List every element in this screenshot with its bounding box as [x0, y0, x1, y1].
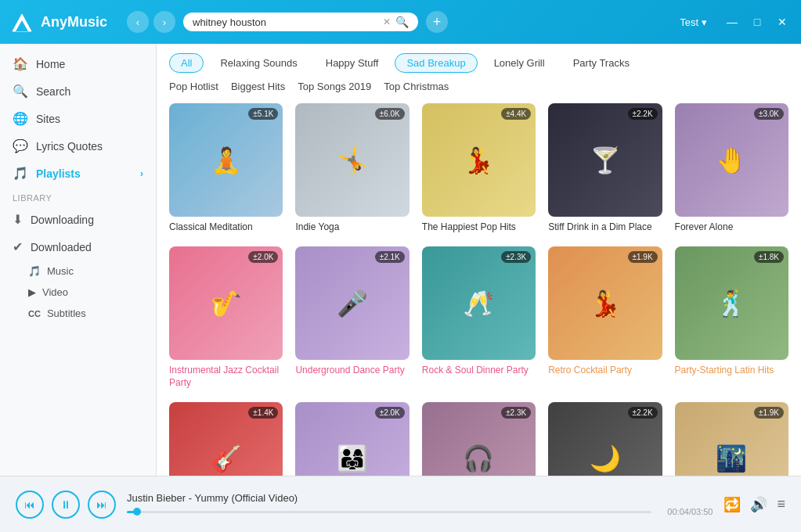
count-badge: ±6.0K — [375, 108, 405, 120]
filter-pop-hotlist[interactable]: Pop Hotlist — [169, 81, 218, 92]
previous-button[interactable]: ⏮ — [16, 491, 44, 519]
sidebar-sub-subtitles[interactable]: CC Subtitles — [0, 303, 156, 324]
player-info: Justin Bieber - Yummy (Official Video) 0… — [127, 492, 713, 516]
clear-search-icon[interactable]: ✕ — [383, 16, 391, 27]
count-badge: ±2.0K — [248, 251, 278, 263]
filter-all[interactable]: All — [169, 53, 204, 73]
playlist-card[interactable]: 🧘±5.1KClassical Meditation — [169, 103, 283, 234]
playlist-card[interactable]: 🤸±6.0KIndie Yoga — [295, 103, 409, 234]
filter-top-christmas[interactable]: Top Christmas — [384, 81, 449, 92]
playlist-thumbnail: 🤚±3.0K — [675, 103, 788, 217]
filter-lonely[interactable]: Lonely Grill — [482, 53, 557, 73]
playlist-card[interactable]: 🎸±1.4KPunk Party — [169, 402, 283, 476]
add-button[interactable]: + — [426, 11, 448, 33]
playlist-card[interactable]: 🌃±1.9KMidnight Melancholy — [675, 402, 788, 476]
filter-row-1: All Relaxing Sounds Happy Stuff Sad Brea… — [169, 53, 788, 73]
count-badge: ±2.0K — [375, 407, 405, 419]
playlist-grid: 🧘±5.1KClassical Meditation🤸±6.0KIndie Yo… — [169, 103, 788, 476]
sidebar-label-downloading: Downloading — [31, 214, 94, 226]
sidebar-item-search[interactable]: 🔍 Search — [0, 77, 156, 105]
sidebar-item-sites[interactable]: 🌐 Sites — [0, 105, 156, 132]
filter-row-2: Pop Hotlist Biggest Hits Top Songs 2019 … — [169, 81, 788, 92]
thumbnail-emoji: 🤚 — [675, 103, 788, 217]
player-right-controls: 🔁 🔊 ≡ — [723, 496, 785, 513]
count-badge: ±2.1K — [375, 251, 405, 263]
playlist-thumbnail: 💃±1.9K — [548, 246, 662, 360]
playlist-name: Party-Starting Latin Hits — [675, 365, 788, 377]
subtitles-icon: CC — [28, 309, 41, 318]
search-icon[interactable]: 🔍 — [395, 16, 409, 28]
close-button[interactable]: ✕ — [773, 13, 792, 31]
back-button[interactable]: ‹ — [127, 11, 149, 33]
queue-button[interactable]: ≡ — [777, 496, 785, 512]
filter-biggest-hits[interactable]: Biggest Hits — [231, 81, 285, 92]
playlist-card[interactable]: 💃±1.9KRetro Cocktail Party — [548, 246, 662, 390]
playlist-thumbnail: 👨‍👩‍👧±2.0K — [295, 402, 409, 476]
logo-area: AnyMusic — [9, 9, 119, 34]
sidebar-item-playlists[interactable]: 🎵 Playlists › — [0, 160, 156, 187]
count-badge: ±4.4K — [501, 108, 531, 120]
progress-handle[interactable] — [133, 508, 141, 516]
nav-buttons: ‹ › — [127, 11, 175, 33]
forward-button[interactable]: › — [153, 11, 175, 33]
count-badge: ±2.2K — [628, 407, 658, 419]
playlist-card[interactable]: 🎤±2.1KUnderground Dance Party — [295, 246, 409, 390]
filter-relaxing[interactable]: Relaxing Sounds — [208, 53, 308, 73]
sites-icon: 🌐 — [13, 111, 28, 126]
playlist-thumbnail: 🌙±2.2K — [548, 402, 662, 476]
player-title: Justin Bieber - Yummy (Official Video) — [127, 492, 713, 504]
app-title: AnyMusic — [41, 14, 107, 31]
window-controls: — □ ✕ — [723, 13, 792, 31]
progress-bar[interactable] — [127, 511, 651, 513]
playlist-card[interactable]: 🤚±3.0KForever Alone — [675, 103, 788, 234]
sidebar-item-downloaded[interactable]: ✔ Downloaded — [0, 233, 156, 261]
sidebar-label-sites: Sites — [36, 113, 60, 125]
player-progress: 00:04/03:50 — [127, 507, 713, 516]
pause-button[interactable]: ⏸ — [52, 491, 80, 519]
playlist-thumbnail: 🧘±5.1K — [169, 103, 283, 217]
playlist-card[interactable]: 🥂±2.3KRock & Soul Dinner Party — [422, 246, 536, 390]
repeat-button[interactable]: 🔁 — [723, 496, 741, 513]
playlist-thumbnail: 🎧±2.3K — [422, 402, 536, 476]
sidebar-sub-video[interactable]: ▶ Video — [0, 282, 156, 303]
sidebar-sub-music[interactable]: 🎵 Music — [0, 261, 156, 282]
content-area: All Relaxing Sounds Happy Stuff Sad Brea… — [157, 44, 801, 476]
bottom-player: ⏮ ⏸ ⏭ Justin Bieber - Yummy (Official Vi… — [0, 476, 801, 532]
playlist-card[interactable]: 🍸±2.2KStiff Drink in a Dim Place — [548, 103, 662, 234]
search-input[interactable] — [193, 16, 378, 28]
app-header: AnyMusic ‹ › ✕ 🔍 + Test ▾ — □ ✕ — [0, 0, 801, 44]
user-menu-button[interactable]: Test ▾ — [680, 16, 707, 28]
playlist-thumbnail: 💃±4.4K — [422, 103, 536, 217]
count-badge: ±1.9K — [628, 251, 658, 263]
playlist-card[interactable]: 👨‍👩‍👧±2.0KFamily Approved Reggaeton Part… — [295, 402, 409, 476]
playlist-thumbnail: 🍸±2.2K — [548, 103, 662, 217]
playlist-thumbnail: 🎸±1.4K — [169, 402, 283, 476]
sidebar-item-downloading[interactable]: ⬇ Downloading — [0, 206, 156, 233]
playlist-card[interactable]: 🕺±1.8KParty-Starting Latin Hits — [675, 246, 788, 390]
sidebar-item-lyrics[interactable]: 💬 Lyrics Quotes — [0, 132, 156, 160]
sidebar-label-lyrics: Lyrics Quotes — [36, 140, 103, 153]
thumbnail-emoji: 🕺 — [675, 246, 788, 360]
filter-top-songs[interactable]: Top Songs 2019 — [298, 81, 371, 92]
playlist-card[interactable]: 🎷±2.0KInstrumental Jazz Cocktail Party — [169, 246, 283, 390]
playlist-card[interactable]: 🎧±2.3KOne is the Loneliest Number — [422, 402, 536, 476]
playlist-name: Underground Dance Party — [295, 365, 409, 377]
search-sidebar-icon: 🔍 — [13, 84, 28, 99]
thumbnail-emoji: 🎤 — [295, 246, 409, 360]
minimize-button[interactable]: — — [723, 13, 741, 31]
thumbnail-emoji: 💃 — [548, 246, 662, 360]
sidebar-sub-label-music: Music — [47, 265, 74, 277]
maximize-button[interactable]: □ — [748, 13, 767, 31]
sidebar-item-home[interactable]: 🏠 Home — [0, 50, 156, 77]
next-button[interactable]: ⏭ — [88, 491, 116, 519]
playlist-card[interactable]: 🌙±2.2KAnother Lonely Night — [548, 402, 662, 476]
filter-happy[interactable]: Happy Stuff — [314, 53, 391, 73]
playlist-card[interactable]: 💃±4.4KThe Happiest Pop Hits — [422, 103, 536, 234]
volume-button[interactable]: 🔊 — [750, 496, 767, 513]
filter-sad[interactable]: Sad Breakup — [395, 53, 477, 73]
home-icon: 🏠 — [13, 56, 28, 71]
count-badge: ±2.3K — [501, 407, 531, 419]
filter-party[interactable]: Party Tracks — [561, 53, 641, 73]
count-badge: ±5.1K — [248, 108, 278, 120]
count-badge: ±1.8K — [754, 251, 784, 263]
